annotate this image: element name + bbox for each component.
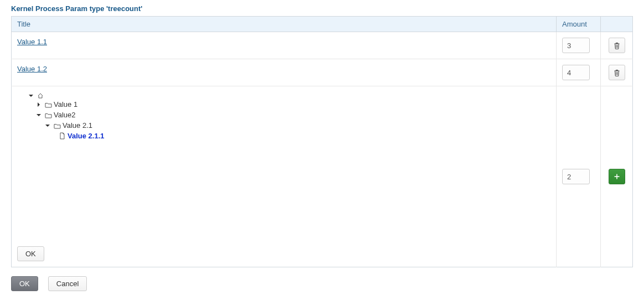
value-link[interactable]: Value 1.2 — [17, 65, 47, 73]
header-title: Title — [12, 17, 557, 32]
ok-button[interactable]: OK — [11, 276, 38, 291]
tree-node-label: Value 2.1.1 — [67, 131, 105, 142]
params-table: Title Amount Value 1.1 — [11, 16, 633, 267]
amount-input[interactable] — [562, 169, 590, 184]
trash-icon — [613, 69, 621, 76]
tree-node[interactable]: Value 1 — [28, 100, 550, 110]
tree-node-label: Value2 — [54, 110, 76, 121]
home-icon — [37, 92, 44, 100]
amount-input[interactable] — [562, 65, 590, 80]
chevron-right-icon[interactable] — [36, 102, 43, 107]
chevron-down-icon[interactable] — [28, 93, 35, 99]
file-icon — [58, 132, 66, 140]
header-actions — [601, 17, 633, 32]
tree-ok-button[interactable]: OK — [17, 246, 44, 261]
tree-node-label: Value 1 — [54, 100, 77, 110]
tree-node[interactable]: Value2 — [28, 110, 550, 121]
tree-node-label: Value 2.1 — [63, 121, 92, 131]
chevron-down-icon[interactable] — [45, 123, 51, 128]
amount-input[interactable] — [562, 38, 590, 53]
footer-buttons: OK Cancel — [11, 276, 633, 291]
tree-view: Value 1 Value2 — [17, 92, 550, 141]
tree-root[interactable] — [28, 92, 550, 100]
table-row: Value 1.2 — [12, 59, 633, 86]
value-link[interactable]: Value 1.1 — [17, 38, 47, 46]
tree-node[interactable]: Value 2.1 — [28, 121, 550, 131]
cancel-button[interactable]: Cancel — [48, 276, 87, 291]
panel-title: Kernel Process Param type 'treecount' — [11, 4, 633, 13]
delete-button[interactable] — [609, 65, 625, 80]
trash-icon — [613, 42, 621, 49]
add-button[interactable] — [609, 169, 625, 184]
plus-icon — [613, 173, 621, 180]
editor-row: Value 1 Value2 — [12, 86, 633, 267]
folder-icon — [53, 122, 61, 130]
header-amount: Amount — [557, 17, 601, 32]
table-row: Value 1.1 — [12, 32, 633, 59]
folder-icon — [44, 101, 52, 108]
tree-node-selected[interactable]: Value 2.1.1 — [28, 131, 550, 142]
chevron-down-icon[interactable] — [36, 112, 43, 118]
delete-button[interactable] — [609, 38, 625, 53]
folder-icon — [44, 111, 52, 119]
